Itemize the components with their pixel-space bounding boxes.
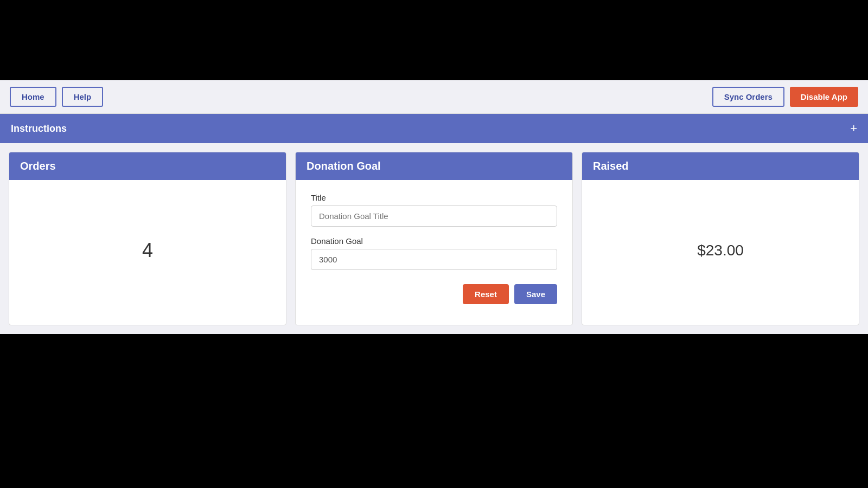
save-button[interactable]: Save (514, 284, 557, 304)
instructions-label: Instructions (11, 123, 67, 134)
panels-row: Orders 4 Donation Goal Title Donation Go… (0, 143, 868, 334)
navbar-right: Sync Orders Disable App (712, 87, 858, 107)
navbar: Home Help Sync Orders Disable App (0, 80, 868, 114)
home-button[interactable]: Home (10, 87, 56, 107)
donation-goal-panel: Donation Goal Title Donation Goal Reset … (295, 152, 573, 325)
raised-panel-body: $23.00 (582, 180, 859, 321)
instructions-bar[interactable]: Instructions + (0, 114, 868, 143)
orders-panel-header: Orders (9, 152, 286, 180)
form-actions: Reset Save (311, 284, 557, 304)
orders-count: 4 (142, 239, 153, 262)
orders-panel: Orders 4 (9, 152, 286, 325)
reset-button[interactable]: Reset (463, 284, 509, 304)
help-button[interactable]: Help (62, 87, 104, 107)
donation-goal-panel-header: Donation Goal (296, 152, 572, 180)
raised-panel: Raised $23.00 (582, 152, 859, 325)
donation-goal-input[interactable] (311, 249, 557, 270)
sync-orders-button[interactable]: Sync Orders (712, 87, 784, 107)
black-bar-bottom (0, 334, 868, 453)
disable-app-button[interactable]: Disable App (790, 87, 858, 107)
donation-goal-form-group: Donation Goal (311, 236, 557, 270)
donation-goal-label: Donation Goal (311, 236, 557, 246)
raised-amount: $23.00 (697, 242, 744, 259)
instructions-expand-icon[interactable]: + (850, 121, 857, 136)
title-label: Title (311, 193, 557, 202)
navbar-left: Home Help (10, 87, 103, 107)
title-form-group: Title (311, 193, 557, 227)
black-bar-top (0, 0, 868, 80)
raised-panel-header: Raised (582, 152, 859, 180)
title-input[interactable] (311, 206, 557, 227)
orders-panel-body: 4 (9, 180, 286, 321)
app-area: Home Help Sync Orders Disable App Instru… (0, 80, 868, 334)
donation-goal-panel-body: Title Donation Goal Reset Save (296, 180, 572, 321)
